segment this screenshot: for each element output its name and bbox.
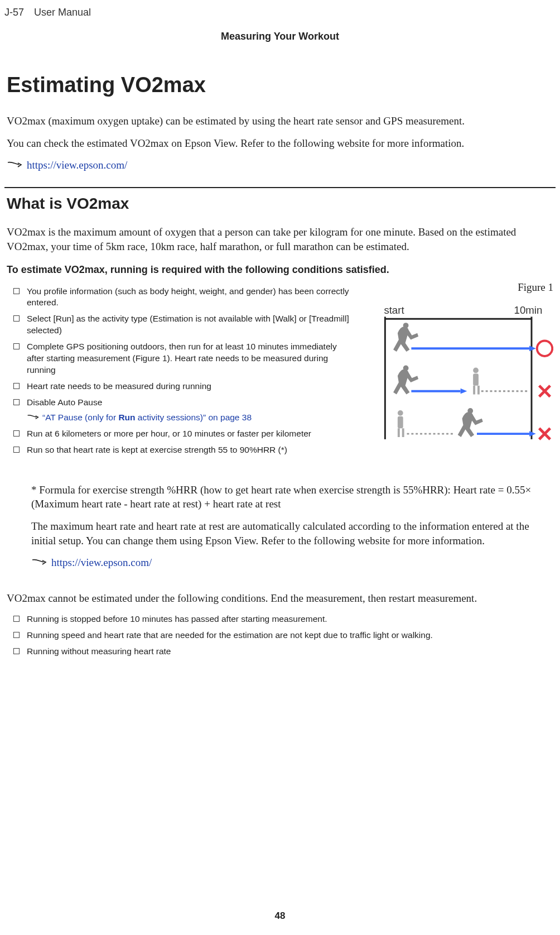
svg-rect-17 [398, 416, 403, 428]
svg-point-16 [398, 410, 403, 416]
svg-rect-12 [477, 385, 480, 394]
condition-item: Run so that heart rate is kept at exerci… [7, 444, 356, 456]
figure-time-label: 10min [514, 304, 542, 315]
ok-icon [537, 341, 552, 356]
reference-icon [27, 414, 39, 421]
cross-icon [539, 385, 551, 396]
epson-view-link[interactable]: https://view.epson.com/ [27, 159, 127, 171]
condition-item: You profile information (such as body he… [7, 286, 356, 309]
svg-rect-11 [473, 385, 475, 394]
reference-icon [31, 558, 47, 568]
svg-marker-5 [529, 346, 536, 351]
manual-label: User Manual [34, 7, 91, 18]
link-text-pre: “AT Pause (only for [42, 413, 118, 422]
reference-icon [7, 160, 22, 170]
cannot-item: Running is stopped before 10 minutes has… [7, 613, 553, 625]
svg-point-21 [467, 408, 473, 414]
conditions-title: To estimate VO2max, running is required … [0, 264, 560, 276]
what-is-paragraph: VO2max is the maximum amount of oxygen t… [0, 225, 560, 253]
condition-item: Complete GPS positioning outdoors, then … [7, 341, 356, 376]
figure-start-label: start [384, 304, 404, 315]
link-text-run: Run [118, 413, 135, 422]
subheading-what-is: What is VO2max [0, 195, 560, 213]
formula-paragraph: * Formula for exercise strength %HRR (ho… [31, 483, 553, 511]
model-code: J-57 [4, 7, 24, 18]
figure-1-diagram: start 10min [368, 300, 553, 443]
svg-marker-23 [529, 431, 536, 437]
cannot-item: Running without measuring heart rate [7, 646, 553, 658]
intro-paragraph-2: You can check the estimated VO2max on Ep… [0, 136, 560, 151]
maxhr-paragraph: The maximum heart rate and heart rate at… [31, 519, 553, 548]
epson-view-link-2[interactable]: https://view.epson.com/ [51, 557, 152, 569]
svg-rect-19 [402, 428, 404, 437]
page-heading: Estimating VO2max [0, 73, 560, 97]
condition-item: Select [Run] as the activity type (Estim… [7, 313, 356, 337]
intro-paragraph-1: VO2max (maximum oxygen uptake) can be es… [0, 114, 560, 128]
condition-text: Disable Auto Pause [27, 397, 102, 407]
condition-item: Disable Auto Pause “AT Pause (only for R… [7, 397, 356, 424]
svg-point-3 [403, 323, 409, 328]
section-divider [4, 187, 556, 188]
cannot-item: Running speed and heart rate that are ne… [7, 630, 553, 641]
cannot-estimate-paragraph: VO2max cannot be estimated under the fol… [0, 591, 560, 606]
svg-point-9 [473, 367, 479, 373]
condition-item: Heart rate needs to be measured during r… [7, 381, 356, 392]
page-number: 48 [0, 910, 560, 922]
cross-icon [539, 428, 551, 439]
svg-rect-10 [473, 373, 479, 386]
condition-item: Run at 6 kilometers or more per hour, or… [7, 428, 356, 440]
svg-point-6 [403, 365, 409, 371]
link-text-post: activity sessions)” on page 38 [136, 413, 252, 422]
at-pause-link[interactable]: “AT Pause (only for Run activity session… [42, 412, 252, 424]
svg-marker-8 [460, 388, 467, 394]
svg-rect-18 [398, 428, 400, 437]
figure-caption: Figure 1 [368, 281, 553, 294]
section-title: Measuring Your Workout [0, 31, 560, 42]
